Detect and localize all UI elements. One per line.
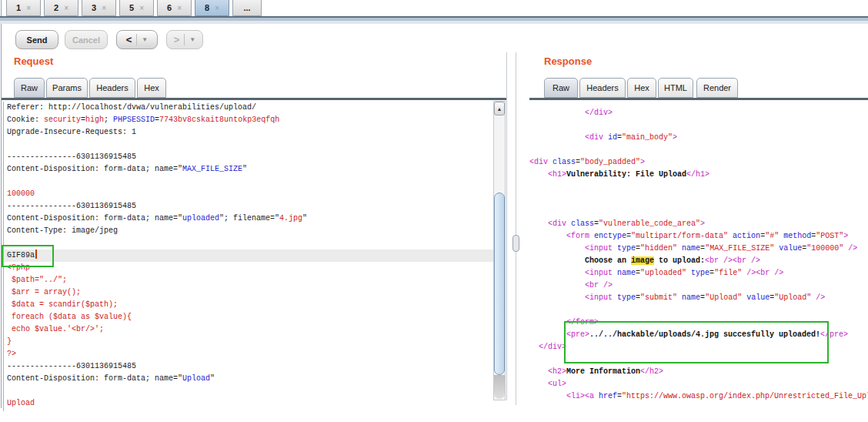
response-line xyxy=(529,193,868,206)
request-panel-right-border xyxy=(506,52,507,400)
response-line: </div> xyxy=(529,107,868,119)
request-line: Cookie: security=high; PHPSESSID=7743bv8… xyxy=(4,114,493,126)
request-tab-hex[interactable]: Hex xyxy=(137,78,166,98)
request-tab-headers[interactable]: Headers xyxy=(89,78,135,98)
request-line: <?php xyxy=(4,262,493,274)
response-line: Choose an image to upload:<br /><br /> xyxy=(529,255,868,267)
close-tab-icon[interactable]: × xyxy=(26,5,31,12)
panel-divider-handle[interactable] xyxy=(512,235,519,252)
request-line xyxy=(4,176,493,188)
tab-label: 1 xyxy=(16,3,21,12)
request-tab-params[interactable]: Params xyxy=(46,78,88,98)
request-editor[interactable]: Referer: http://localhost/dvwa/vulnerabi… xyxy=(3,102,493,411)
response-line: <li><a href="https://www.owasp.org/index… xyxy=(529,390,868,403)
response-line xyxy=(529,304,868,316)
right-chevron-icon[interactable]: > xyxy=(174,34,180,45)
close-tab-icon[interactable]: × xyxy=(139,5,144,12)
request-line: ---------------6301136915485 xyxy=(4,200,493,213)
repeater-tab-...[interactable]: ... xyxy=(232,0,262,16)
response-tab-headers[interactable]: Headers xyxy=(579,78,626,98)
request-line xyxy=(4,385,493,397)
response-line: <div id="main_body"> xyxy=(529,132,868,144)
repeater-tab-3[interactable]: 3× xyxy=(82,0,116,16)
tab-label: 5 xyxy=(129,3,134,12)
request-line: $path="../"; xyxy=(4,274,493,286)
chevron-down-icon[interactable]: ▼ xyxy=(189,36,195,43)
repeater-tab-6[interactable]: 6× xyxy=(157,0,192,16)
close-tab-icon[interactable]: × xyxy=(215,5,219,12)
request-tabs-separator xyxy=(2,98,506,100)
request-line: $data = scandir($path); xyxy=(4,299,493,311)
button-divider xyxy=(184,34,185,45)
request-line: Upload xyxy=(4,397,493,410)
chevron-down-icon[interactable]: ▼ xyxy=(142,36,148,43)
request-line xyxy=(4,237,493,250)
tab-label: ... xyxy=(243,3,250,12)
response-line: <input type="submit" name="Upload" value… xyxy=(529,292,868,304)
request-line: Content-Disposition: form-data; name="Up… xyxy=(4,373,493,385)
response-line: <h1>Vulnerability: File Upload</h1> xyxy=(529,169,868,181)
close-tab-icon[interactable]: × xyxy=(64,5,68,12)
request-scrollbar-thumb[interactable] xyxy=(494,193,505,375)
tab-label: 2 xyxy=(54,3,58,12)
request-panel-title: Request xyxy=(14,55,53,67)
request-line: Referer: http://localhost/dvwa/vulnerabi… xyxy=(4,102,493,114)
repeater-tab-5[interactable]: 5× xyxy=(119,0,154,16)
request-scrollbar-cap xyxy=(494,375,505,399)
panel-divider-line xyxy=(516,52,516,405)
request-line: } xyxy=(4,336,493,348)
request-line: Upgrade-Insecure-Requests: 1 xyxy=(4,126,493,139)
button-divider xyxy=(136,34,137,45)
prev-request-button[interactable]: < ▼ xyxy=(116,30,158,49)
request-line: ---------------6301136915485 xyxy=(4,360,493,373)
response-line xyxy=(529,181,868,193)
response-line: <div class="body_padded"> xyxy=(529,156,868,169)
close-tab-icon[interactable]: × xyxy=(102,5,106,12)
response-tab-html[interactable]: HTML xyxy=(658,78,693,98)
response-line: <form enctype="multipart/form-data" acti… xyxy=(529,230,868,243)
response-panel-title: Response xyxy=(544,55,592,67)
tab-label: 6 xyxy=(167,3,172,12)
response-tab-hex[interactable]: Hex xyxy=(627,78,656,98)
request-line: Content-Disposition: form-data; name="up… xyxy=(4,213,493,225)
repeater-tab-2[interactable]: 2× xyxy=(44,0,78,16)
response-line: <br /> xyxy=(529,280,868,292)
window-left-border xyxy=(1,0,2,408)
response-tab-raw[interactable]: Raw xyxy=(544,78,578,98)
repeater-tab-8[interactable]: 8× xyxy=(195,0,229,16)
close-tab-icon[interactable]: × xyxy=(177,5,182,12)
request-line: $arr = array(); xyxy=(4,286,493,299)
response-line: <input type="hidden" name="MAX_FILE_SIZE… xyxy=(529,243,868,255)
response-editor[interactable]: </div> <div id="main_body"><div class="b… xyxy=(529,107,868,409)
response-tabs-separator xyxy=(529,98,868,100)
annotation-box-gif89a xyxy=(2,245,54,267)
scroll-up-arrow-icon[interactable]: ▲ xyxy=(494,102,505,116)
response-line: <ul> xyxy=(529,378,868,390)
response-line xyxy=(529,206,868,218)
request-line: Content-Type: image/jpeg xyxy=(4,225,493,237)
request-line: ---------------6301136915485 xyxy=(4,151,493,163)
request-line: GIF89a xyxy=(4,250,493,262)
request-tab-raw[interactable]: Raw xyxy=(14,78,45,98)
response-line: <h2>More Information</h2> xyxy=(529,366,868,378)
response-line: <input name="uploaded" type="file" /><br… xyxy=(529,267,868,280)
request-line: echo $value.'<br/>'; xyxy=(4,323,493,336)
send-button[interactable]: Send xyxy=(15,30,58,49)
annotation-box-upload-success xyxy=(564,321,829,363)
request-line: 100000 xyxy=(4,188,493,200)
request-line: ?> xyxy=(4,348,493,360)
tabstrip-shadow-light xyxy=(0,21,868,24)
response-tab-render[interactable]: Render xyxy=(696,78,738,98)
repeater-tab-bar: 1×2×3×5×6×8×... xyxy=(0,0,868,16)
response-line: <div class="vulnerable_code_area"> xyxy=(529,218,868,230)
burp-repeater-window: 1×2×3×5×6×8×... Send Cancel < ▼ > ▼ Requ… xyxy=(0,0,868,422)
response-line xyxy=(529,119,868,132)
response-line xyxy=(529,144,868,156)
request-line: Content-Disposition: form-data; name="MA… xyxy=(4,163,493,176)
left-chevron-icon[interactable]: < xyxy=(126,34,132,45)
tab-label: 3 xyxy=(92,3,96,12)
next-request-button[interactable]: > ▼ xyxy=(166,30,203,49)
request-line xyxy=(4,139,493,151)
repeater-tab-1[interactable]: 1× xyxy=(6,0,41,16)
cancel-button[interactable]: Cancel xyxy=(65,30,108,49)
